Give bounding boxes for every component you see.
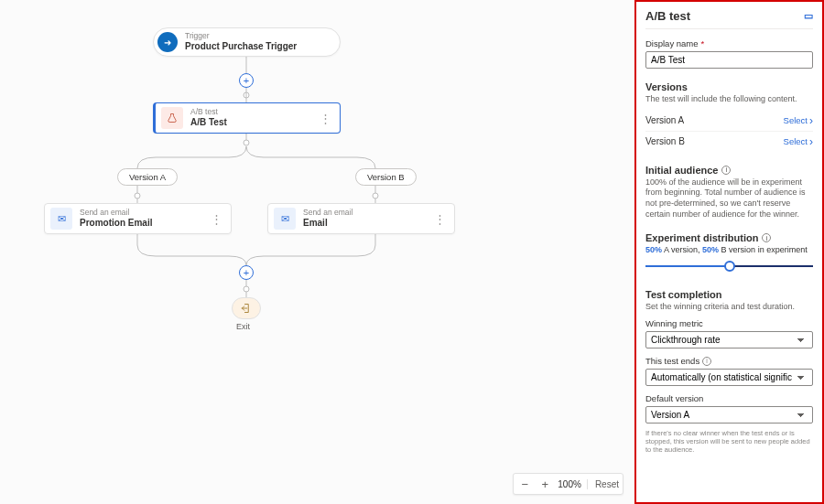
journey-canvas[interactable]: ➜ Trigger Product Purchase Trigger + A/B… xyxy=(0,0,634,504)
versions-desc: The test will include the following cont… xyxy=(645,94,813,105)
mail-icon: ✉ xyxy=(50,208,72,230)
email-b-menu-icon[interactable]: ⋮ xyxy=(434,212,447,226)
winning-metric-select[interactable]: Clickthrough rate xyxy=(645,331,813,349)
trigger-sublabel: Trigger xyxy=(185,32,297,41)
add-step-button[interactable]: + xyxy=(239,265,254,280)
email-b-sublabel: Send an email xyxy=(303,209,352,218)
version-b-label: Version B xyxy=(645,136,685,146)
email-b-node[interactable]: ✉ Send an email Email ⋮ xyxy=(267,203,455,234)
audience-heading: Initial audience i xyxy=(645,165,813,176)
email-a-node[interactable]: ✉ Send an email Promotion Email ⋮ xyxy=(44,203,232,234)
abtest-sublabel: A/B test xyxy=(190,108,227,117)
panel-header-icon[interactable]: ▭ xyxy=(804,10,813,22)
exit-icon xyxy=(241,303,252,314)
zoom-out-button[interactable]: − xyxy=(517,477,532,491)
default-version-label: Default version xyxy=(645,393,813,403)
trigger-icon: ➜ xyxy=(157,32,178,52)
display-name-input[interactable] xyxy=(645,51,813,69)
version-a-pill[interactable]: Version A xyxy=(117,168,178,186)
info-icon[interactable]: i xyxy=(702,357,711,366)
info-icon[interactable]: i xyxy=(721,166,731,175)
svg-point-4 xyxy=(244,140,249,145)
properties-panel: A/B test ▭ Display name* Versions The te… xyxy=(634,0,824,504)
trigger-title: Product Purchase Trigger xyxy=(185,41,297,52)
abtest-node[interactable]: A/B test A/B Test ⋮ xyxy=(153,102,341,134)
version-b-select-link[interactable]: Select xyxy=(784,135,813,148)
email-b-title: Email xyxy=(303,218,352,229)
distribution-heading: Experiment distribution i xyxy=(645,232,813,243)
connector-lines xyxy=(0,0,634,504)
version-a-select-link[interactable]: Select xyxy=(784,114,813,127)
email-a-sublabel: Send an email xyxy=(80,209,152,218)
default-version-select[interactable]: Version A xyxy=(645,406,813,424)
test-ends-select[interactable]: Automatically (on statistical significan… xyxy=(645,369,813,386)
slider-thumb-icon[interactable] xyxy=(724,261,735,272)
mail-icon: ✉ xyxy=(274,208,296,230)
email-a-title: Promotion Email xyxy=(80,218,152,229)
zoom-value: 100% xyxy=(558,479,581,489)
distribution-summary: 50% A version, 50% B version in experime… xyxy=(645,245,813,254)
audience-desc: 100% of the audience will be in experime… xyxy=(645,177,813,220)
test-ends-label: This test ends i xyxy=(645,356,813,366)
version-b-pill[interactable]: Version B xyxy=(355,168,417,186)
version-a-label: Version A xyxy=(645,115,684,125)
versions-heading: Versions xyxy=(645,81,813,92)
zoom-in-button[interactable]: + xyxy=(537,477,552,491)
completion-heading: Test completion xyxy=(645,289,813,300)
panel-title: A/B test ▭ xyxy=(645,9,813,29)
add-step-button[interactable]: + xyxy=(239,73,254,88)
abtest-menu-icon[interactable]: ⋮ xyxy=(320,112,332,125)
trigger-node[interactable]: ➜ Trigger Product Purchase Trigger xyxy=(153,27,341,57)
zoom-toolbar: − + 100% Reset xyxy=(513,473,623,495)
svg-point-8 xyxy=(373,193,378,198)
zoom-reset-button[interactable]: Reset xyxy=(587,479,619,489)
distribution-slider[interactable] xyxy=(645,258,813,276)
abtest-title: A/B Test xyxy=(190,117,227,128)
flask-icon xyxy=(161,107,183,129)
svg-point-10 xyxy=(244,286,249,292)
svg-point-6 xyxy=(135,193,140,198)
exit-label: Exit xyxy=(236,322,250,331)
email-a-menu-icon[interactable]: ⋮ xyxy=(211,212,223,226)
default-version-footnote: If there's no clear winner when the test… xyxy=(645,429,813,454)
completion-desc: Set the winning criteria and test durati… xyxy=(645,302,813,313)
winning-metric-label: Winning metric xyxy=(645,318,813,328)
info-icon[interactable]: i xyxy=(762,233,771,242)
svg-point-1 xyxy=(244,92,249,98)
display-name-label: Display name* xyxy=(645,38,813,48)
exit-node[interactable] xyxy=(232,297,261,319)
